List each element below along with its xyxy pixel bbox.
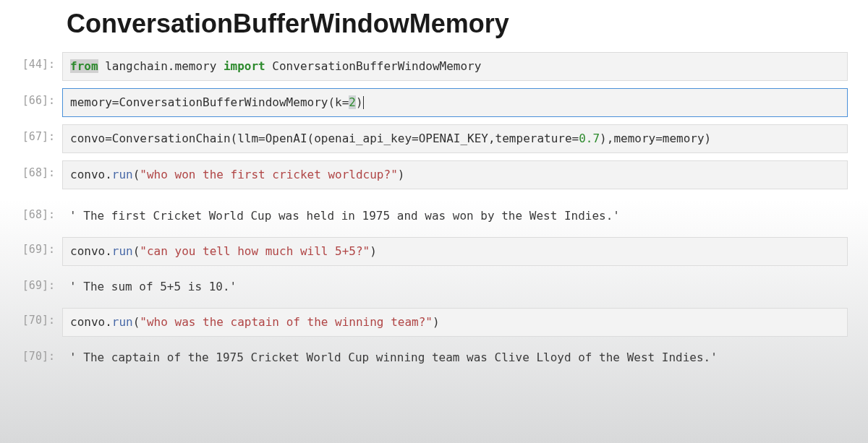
code-input[interactable]: from langchain.memory import Conversatio… (62, 52, 848, 81)
cell-prompt: [68]: (10, 202, 62, 221)
code-text: ( (133, 168, 140, 181)
notebook-cell: [69]: convo.run("can you tell how much w… (0, 237, 868, 266)
code-input[interactable]: convo=ConversationChain(llm=OpenAI(opena… (62, 124, 848, 153)
notebook-cell: [70]: convo.run("who was the captain of … (0, 308, 868, 337)
number-literal: 0.7 (579, 132, 600, 145)
code-text: convo. (70, 244, 112, 258)
method-run: run (112, 168, 133, 181)
cell-prompt: [68]: (10, 160, 62, 179)
output-text: ' The first Cricket World Cup was held i… (62, 202, 848, 230)
code-text: ( (133, 315, 140, 329)
import-name: ConversationBufferWindowMemory (265, 59, 482, 73)
code-text: ) (398, 168, 405, 181)
notebook-cell: [66]: memory=ConversationBufferWindowMem… (0, 88, 868, 117)
cell-prompt: [44]: (10, 52, 62, 71)
output-text: ' The sum of 5+5 is 10.' (62, 273, 848, 301)
cell-prompt: [66]: (10, 88, 62, 107)
notebook-cell: [67]: convo=ConversationChain(llm=OpenAI… (0, 124, 868, 153)
notebook-output: [70]: ' The captain of the 1975 Cricket … (0, 344, 868, 371)
string-literal: "who won the first cricket worldcup?" (140, 168, 397, 181)
notebook-cell: [44]: from langchain.memory import Conve… (0, 52, 868, 81)
keyword-import: import (224, 59, 265, 73)
output-text: ' The captain of the 1975 Cricket World … (62, 344, 848, 371)
cell-prompt: [67]: (10, 124, 62, 143)
keyword-from: from (70, 59, 98, 73)
code-input[interactable]: convo.run("can you tell how much will 5+… (62, 237, 848, 266)
code-text: ( (133, 244, 140, 258)
notebook-cell: [68]: convo.run("who won the first crick… (0, 160, 868, 189)
method-run: run (112, 244, 133, 258)
code-input[interactable]: convo.run("who was the captain of the wi… (62, 308, 848, 337)
page-title: ConversationBufferWindowMemory (0, 0, 868, 52)
code-input-selected[interactable]: memory=ConversationBufferWindowMemory(k=… (62, 88, 848, 117)
cell-prompt: [69]: (10, 273, 62, 292)
code-input[interactable]: convo.run("who won the first cricket wor… (62, 160, 848, 189)
code-text: convo=ConversationChain(llm=OpenAI(opena… (70, 132, 579, 145)
cell-prompt: [70]: (10, 308, 62, 327)
cell-prompt: [70]: (10, 344, 62, 363)
code-text: convo. (70, 315, 112, 329)
number-literal: 2 (349, 95, 356, 109)
notebook-output: [68]: ' The first Cricket World Cup was … (0, 202, 868, 230)
cell-prompt: [69]: (10, 237, 62, 256)
string-literal: "who was the captain of the winning team… (140, 315, 433, 329)
code-text: convo. (70, 168, 112, 181)
string-literal: "can you tell how much will 5+5?" (140, 244, 370, 258)
method-run: run (112, 315, 133, 329)
code-text: ) (356, 95, 363, 109)
code-text: memory=ConversationBufferWindowMemory(k= (70, 95, 349, 109)
module-path: langchain.memory (98, 59, 224, 73)
code-text: ),memory=memory) (600, 132, 711, 145)
text-cursor-icon (363, 96, 364, 109)
code-text: ) (433, 315, 440, 329)
notebook-output: [69]: ' The sum of 5+5 is 10.' (0, 273, 868, 301)
code-text: ) (370, 244, 377, 258)
